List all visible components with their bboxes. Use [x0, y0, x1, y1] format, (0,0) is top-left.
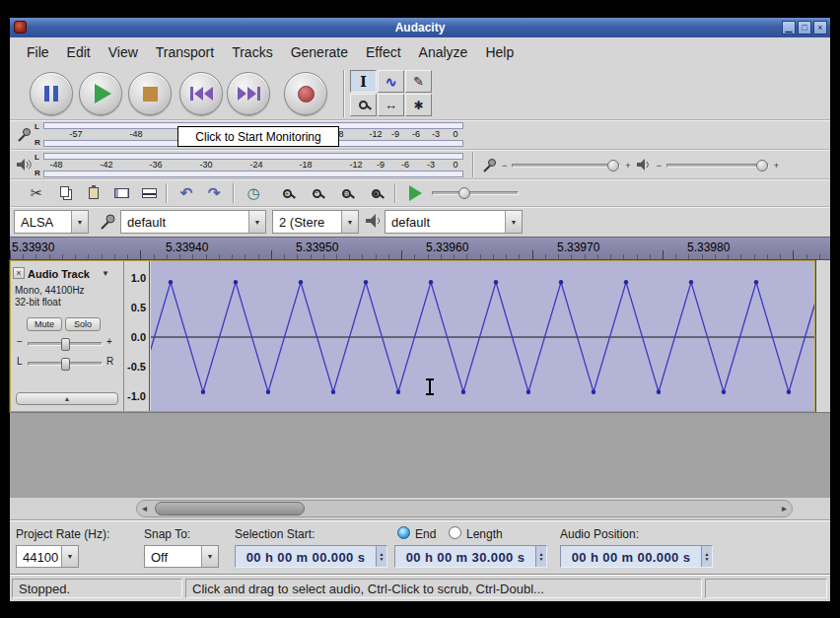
silence-audio-button[interactable]	[136, 181, 162, 205]
menu-effect[interactable]: Effect	[357, 39, 410, 65]
fit-selection-button[interactable]: ▭	[333, 181, 359, 205]
sync-lock-button[interactable]: ◷	[241, 181, 266, 205]
titlebar[interactable]: Audacity ▁ □ ×	[10, 18, 830, 37]
minimize-button[interactable]: ▁	[782, 21, 796, 34]
stop-icon	[143, 87, 158, 102]
output-slider-max: +	[774, 161, 779, 171]
monitoring-tooltip[interactable]: Click to Start Monitoring	[177, 126, 339, 147]
skip-to-start-button[interactable]	[179, 72, 223, 115]
scrollbar-thumb[interactable]	[155, 502, 305, 515]
recording-device-select[interactable]: default ▼	[120, 210, 266, 234]
mute-button[interactable]: Mute	[27, 317, 62, 331]
playback-device-select[interactable]: default ▼	[385, 210, 523, 234]
skip-to-end-button[interactable]	[227, 72, 270, 115]
input-volume-thumb[interactable]	[607, 160, 619, 172]
zoom-out-button[interactable]: −	[304, 181, 329, 205]
vertical-scale-ruler[interactable]: 1.0 0.5 0.0 -0.5 -1.0	[124, 261, 150, 411]
menu-edit[interactable]: Edit	[58, 39, 100, 65]
paste-button[interactable]	[81, 181, 106, 205]
sync-lock-icon: ◷	[246, 184, 259, 202]
scroll-right-icon[interactable]: ▸	[782, 503, 787, 514]
gain-slider-thumb[interactable]	[61, 338, 70, 351]
menu-view[interactable]: View	[100, 39, 147, 65]
undo-icon: ↶	[180, 184, 193, 202]
menu-tracks[interactable]: Tracks	[223, 39, 281, 65]
solo-button[interactable]: Solo	[65, 317, 101, 331]
stop-button[interactable]	[128, 72, 172, 115]
gain-max-label: +	[106, 336, 112, 347]
meter-scale-label: -9	[391, 129, 399, 139]
track-menu-dropdown-icon[interactable]: ▼	[102, 269, 109, 278]
play-icon	[95, 84, 111, 103]
pan-slider-thumb[interactable]	[61, 358, 70, 371]
undo-button[interactable]: ↶	[174, 181, 199, 205]
horizontal-scrollbar[interactable]: ◂ ▸	[136, 500, 793, 517]
timeshift-tool-button[interactable]: ↔	[378, 94, 404, 116]
audio-host-select[interactable]: ALSA ▼	[14, 210, 89, 234]
length-radio[interactable]	[449, 526, 461, 539]
toolbar-separator	[233, 183, 235, 203]
selection-end-field[interactable]: 00 h 00 m 30.000 s ▲▼	[394, 545, 547, 568]
envelope-tool-button[interactable]: ∿	[378, 70, 404, 93]
track-close-button[interactable]: ×	[13, 267, 25, 279]
playback-speed-slider[interactable]	[432, 191, 519, 195]
spinner-icon[interactable]: ▲▼	[376, 546, 386, 567]
gain-slider[interactable]	[28, 342, 103, 346]
menu-analyze[interactable]: Analyze	[410, 39, 477, 65]
zoom-in-button[interactable]: +	[274, 181, 300, 205]
play-button[interactable]	[79, 72, 122, 115]
spinner-icon[interactable]: ▲▼	[701, 546, 712, 567]
end-radio-label[interactable]: End	[415, 527, 436, 541]
cut-button[interactable]: ✂	[24, 181, 49, 205]
envelope-tool-icon: ∿	[385, 74, 397, 90]
end-radio[interactable]	[397, 526, 410, 539]
status-message: Click and drag to select audio, Ctrl-Cli…	[192, 582, 544, 596]
timeline-ruler[interactable]: 5.33930 5.33940 5.33950 5.33960 5.33970 …	[10, 237, 830, 260]
recording-channels-select[interactable]: 2 (Stere ▼	[272, 210, 359, 234]
close-button[interactable]: ×	[813, 21, 827, 34]
playback-speed-thumb[interactable]	[458, 187, 470, 199]
draw-tool-button[interactable]: ✎	[405, 70, 432, 93]
ruler-time-label: 5.33960	[426, 240, 468, 254]
project-rate-select[interactable]: 44100 ▼	[16, 545, 79, 568]
selection-start-field[interactable]: 00 h 00 m 00.000 s ▲▼	[235, 545, 387, 568]
copy-button[interactable]	[53, 181, 79, 205]
snap-to-select[interactable]: Off ▼	[144, 545, 219, 568]
menu-help[interactable]: Help	[476, 39, 523, 65]
menu-generate[interactable]: Generate	[282, 39, 357, 65]
output-volume-slider[interactable]	[666, 164, 769, 168]
redo-button[interactable]: ↷	[201, 181, 227, 205]
pause-button[interactable]	[30, 72, 73, 115]
play-at-speed-button[interactable]	[402, 181, 428, 205]
meter-scale-label: -3	[432, 129, 440, 139]
audio-track: × Audio Track ▼ Mono, 44100Hz 32-bit flo…	[10, 260, 815, 412]
zoom-tool-button[interactable]	[350, 94, 377, 116]
scale-label: -1.0	[127, 390, 146, 402]
ruler-time-label: 5.33980	[687, 240, 730, 254]
menu-transport[interactable]: Transport	[147, 39, 223, 65]
track-collapse-button[interactable]: ▲	[16, 392, 118, 405]
menu-file[interactable]: File	[18, 39, 58, 65]
status-state: Stopped.	[19, 582, 70, 596]
record-button[interactable]	[284, 72, 327, 115]
output-volume-thumb[interactable]	[756, 160, 768, 172]
selection-tool-button[interactable]: I	[350, 70, 377, 93]
maximize-button[interactable]: □	[798, 21, 811, 34]
waveform-display[interactable]	[151, 261, 814, 411]
input-volume-slider[interactable]	[512, 164, 620, 168]
fit-project-button[interactable]: ▣	[363, 181, 388, 205]
meter-left-label: L	[35, 122, 39, 131]
zoom-out-icon: −	[313, 189, 321, 198]
track-title[interactable]: Audio Track	[28, 268, 90, 280]
scroll-left-icon[interactable]: ◂	[142, 503, 147, 514]
ruler-time-label: 5.33970	[557, 240, 599, 254]
playback-meter[interactable]: L R -48 -42 -36 -30 -24 -18 -12 -9 -6 -3…	[12, 152, 471, 179]
pan-slider[interactable]	[28, 362, 103, 366]
audio-position-field[interactable]: 00 h 00 m 00.000 s ▲▼	[560, 545, 713, 568]
multi-tool-button[interactable]: ✱	[405, 94, 432, 116]
spinner-icon[interactable]: ▲▼	[535, 546, 546, 567]
meter-scale-label: -3	[427, 160, 435, 170]
trim-audio-button[interactable]	[108, 181, 134, 205]
length-radio-label[interactable]: Length	[466, 527, 503, 541]
microphone-icon	[16, 127, 32, 143]
